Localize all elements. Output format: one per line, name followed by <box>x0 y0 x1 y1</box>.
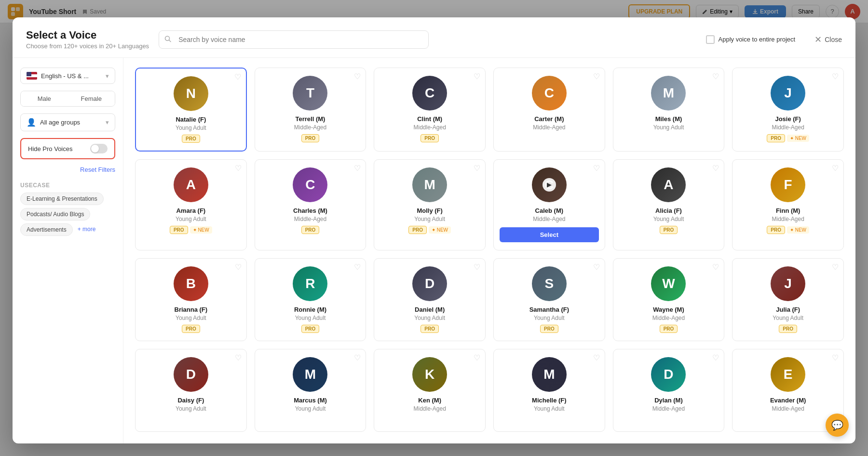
favorite-button[interactable]: ♡ <box>832 165 839 172</box>
voice-avatar: W <box>651 266 686 301</box>
voice-name: Dylan (M) <box>619 397 719 404</box>
pro-badge: PRO <box>540 325 558 333</box>
voice-grid-area: ♡ N Natalie (F) Young Adult PRO ♡ T Terr… <box>123 58 855 443</box>
voice-age: Middle-Aged <box>261 124 360 131</box>
voice-card[interactable]: ♡ J Julia (F) Young Adult PRO <box>732 258 844 341</box>
voice-age: Young Adult <box>380 315 479 321</box>
more-usecase-button[interactable]: + more <box>76 223 98 236</box>
chat-support-button[interactable]: 💬 <box>826 414 849 437</box>
voice-age: Middle-Aged <box>500 216 599 222</box>
favorite-button[interactable]: ♡ <box>593 165 600 172</box>
badge-row <box>619 134 719 142</box>
usecase-tag-podcasts[interactable]: Podcasts/ Audio Blogs <box>20 208 90 221</box>
voice-card[interactable]: ♡ T Terrell (M) Middle-Aged PRO <box>255 68 366 152</box>
voice-name: Samantha (F) <box>500 306 599 313</box>
voice-card[interactable]: ♡ W Wayne (M) Middle-Aged PRO <box>613 258 725 341</box>
voice-card[interactable]: ♡ B Brianna (F) Young Adult PRO <box>135 258 247 341</box>
voice-card[interactable]: ♡ D Dylan (M) Middle-Aged <box>613 349 725 432</box>
favorite-button[interactable]: ♡ <box>235 354 242 362</box>
language-selector[interactable]: English - US & ... ▾ <box>20 68 115 84</box>
voice-card[interactable]: ♡ K Ken (M) Middle-Aged <box>374 349 486 432</box>
favorite-button[interactable]: ♡ <box>354 354 361 362</box>
pro-badge: PRO <box>420 134 439 142</box>
voice-avatar: N <box>174 76 208 111</box>
new-badge: ✦ NEW <box>429 226 451 234</box>
badge-row <box>738 415 838 424</box>
badge-row: PRO✦ NEW <box>738 134 838 142</box>
close-button[interactable]: ✕ Close <box>814 34 842 45</box>
voice-card[interactable]: ♡ C Carter (M) Middle-Aged <box>493 68 605 152</box>
voice-card[interactable]: ♡ C Clint (M) Middle-Aged PRO <box>374 68 486 152</box>
search-input[interactable] <box>159 30 429 49</box>
voice-card[interactable]: ♡ R Ronnie (M) Young Adult PRO <box>255 258 366 341</box>
usecase-tag-ads[interactable]: Advertisements <box>20 223 73 236</box>
usecase-tags: E-Learning & Presentations Podcasts/ Aud… <box>20 193 115 236</box>
voice-card[interactable]: ♡ J Josie (F) Middle-Aged PRO✦ NEW <box>732 68 844 152</box>
voice-name: Natalie (F) <box>142 116 240 123</box>
voice-card[interactable]: ♡ S Samantha (F) Young Adult PRO <box>493 258 605 341</box>
favorite-button[interactable]: ♡ <box>474 165 480 172</box>
voice-age: Middle-Aged <box>380 124 479 131</box>
voice-age: Young Adult <box>141 216 241 222</box>
favorite-button[interactable]: ♡ <box>593 263 600 271</box>
badge-row <box>141 415 241 424</box>
age-group-selector[interactable]: 👤 All age groups ▾ <box>20 113 115 131</box>
voice-avatar: D <box>651 357 686 392</box>
favorite-button[interactable]: ♡ <box>235 263 242 271</box>
badge-row: PRO <box>261 324 360 333</box>
voice-avatar: M <box>651 76 686 111</box>
badge-row: PRO <box>142 134 240 143</box>
favorite-button[interactable]: ♡ <box>474 73 480 81</box>
badge-row: PRO <box>261 134 360 142</box>
reset-filters-link[interactable]: Reset Filters <box>20 166 115 173</box>
favorite-button[interactable]: ♡ <box>354 165 361 172</box>
voice-age: Young Adult <box>738 315 838 321</box>
favorite-button[interactable]: ♡ <box>593 354 600 362</box>
favorite-button[interactable]: ♡ <box>712 73 719 81</box>
hide-pro-toggle[interactable] <box>90 144 108 153</box>
voice-card[interactable]: ♡ N Natalie (F) Young Adult PRO <box>135 68 247 152</box>
favorite-button[interactable]: ♡ <box>474 354 480 362</box>
voice-avatar: A <box>651 167 686 202</box>
favorite-button[interactable]: ♡ <box>712 354 719 362</box>
voice-card[interactable]: ♡ C Charles (M) Middle-Aged PRO <box>255 159 366 250</box>
voice-card[interactable]: ♡ M Miles (M) Young Adult <box>613 68 725 152</box>
favorite-button[interactable]: ♡ <box>832 73 839 81</box>
voice-age: Young Adult <box>261 315 360 321</box>
favorite-button[interactable]: ♡ <box>474 263 480 271</box>
apply-voice-checkbox[interactable] <box>706 35 715 44</box>
modal-title-area: Select a Voice Choose from 120+ voices i… <box>26 29 149 50</box>
voice-name: Molly (F) <box>380 207 479 214</box>
favorite-button[interactable]: ♡ <box>832 263 839 271</box>
voice-card[interactable]: ♡ M Marcus (M) Young Adult <box>255 349 366 432</box>
favorite-button[interactable]: ♡ <box>712 263 719 271</box>
favorite-button[interactable]: ♡ <box>354 73 361 81</box>
favorite-button[interactable]: ♡ <box>354 263 361 271</box>
voice-card[interactable]: ♡ C ▶ Caleb (M) Middle-Aged Select <box>493 159 605 250</box>
gender-female-button[interactable]: Female <box>68 91 115 106</box>
usecase-tag-elearning[interactable]: E-Learning & Presentations <box>20 193 104 205</box>
voice-card[interactable]: ♡ M Molly (F) Young Adult PRO✦ NEW <box>374 159 486 250</box>
badge-row <box>619 415 719 424</box>
favorite-button[interactable]: ♡ <box>235 165 242 172</box>
select-voice-modal: Select a Voice Choose from 120+ voices i… <box>13 17 855 443</box>
voice-age: Middle-Aged <box>261 216 360 222</box>
gender-male-button[interactable]: Male <box>21 91 68 106</box>
voice-avatar: M <box>532 357 567 392</box>
badge-row <box>500 415 599 424</box>
select-voice-button[interactable]: Select <box>500 227 599 242</box>
voice-card[interactable]: ♡ D Daisy (F) Young Adult <box>135 349 247 432</box>
voice-avatar: R <box>293 266 327 301</box>
voice-card[interactable]: ♡ A Amara (F) Young Adult PRO✦ NEW <box>135 159 247 250</box>
voice-card[interactable]: ♡ M Michelle (F) Young Adult <box>493 349 605 432</box>
modal-body: English - US & ... ▾ Male Female 👤 All a… <box>13 58 855 443</box>
favorite-button[interactable]: ♡ <box>712 165 719 172</box>
favorite-button[interactable]: ♡ <box>234 73 241 81</box>
voice-card[interactable]: ♡ A Alicia (F) Young Adult PRO <box>613 159 725 250</box>
pro-badge: PRO <box>301 325 320 333</box>
favorite-button[interactable]: ♡ <box>832 354 839 362</box>
voice-age: Middle-Aged <box>738 124 838 131</box>
voice-card[interactable]: ♡ F Finn (M) Middle-Aged PRO✦ NEW <box>732 159 844 250</box>
voice-card[interactable]: ♡ D Daniel (M) Young Adult PRO <box>374 258 486 341</box>
favorite-button[interactable]: ♡ <box>593 73 600 81</box>
